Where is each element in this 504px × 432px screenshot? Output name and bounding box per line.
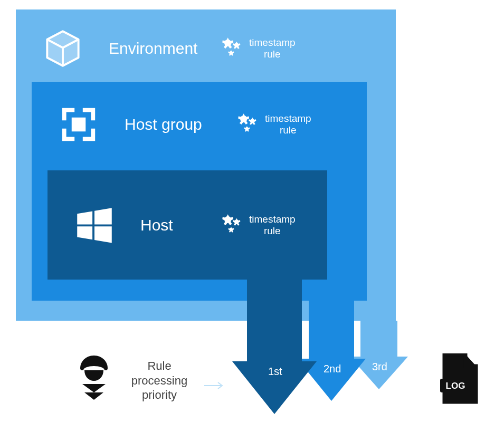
- arrow-3rd-label: 3rd: [372, 361, 387, 373]
- svg-marker-21: [84, 392, 103, 400]
- priority-line3: priority: [122, 388, 196, 402]
- arrow-2nd-label: 2nd: [324, 363, 341, 375]
- small-arrow-icon: [203, 381, 225, 392]
- level-host: Host timestamp rule: [47, 170, 327, 280]
- gears-icon: [218, 212, 246, 239]
- ts-line1: timestamp: [249, 214, 296, 225]
- agent-icon: [78, 354, 110, 403]
- svg-marker-20: [82, 384, 106, 392]
- hostgroup-label: Host group: [125, 116, 225, 133]
- svg-text:LOG: LOG: [446, 381, 465, 391]
- priority-line1: Rule: [122, 359, 196, 373]
- environment-timestamp-rule: timestamp rule: [218, 35, 296, 62]
- svg-marker-11: [77, 226, 92, 239]
- hostgroup-row: Host group timestamp rule: [47, 104, 351, 145]
- environment-row: Environment timestamp rule: [32, 28, 380, 69]
- arrow-1st: 1st: [232, 280, 317, 416]
- svg-rect-5: [72, 118, 86, 132]
- ts-line1: timestamp: [265, 113, 311, 124]
- host-ts-text: timestamp rule: [249, 214, 296, 237]
- arrow-1st-label: 1st: [268, 366, 282, 378]
- svg-marker-18: [232, 280, 317, 414]
- windows-icon: [74, 205, 115, 246]
- hostgroup-ts-text: timestamp rule: [265, 113, 311, 136]
- svg-marker-10: [94, 208, 112, 224]
- svg-marker-9: [77, 211, 92, 224]
- host-timestamp-rule: timestamp rule: [218, 212, 296, 239]
- ts-line2: rule: [249, 49, 296, 60]
- priority-line2: processing: [122, 373, 196, 388]
- hostgroup-timestamp-rule: timestamp rule: [234, 111, 311, 138]
- svg-marker-12: [94, 226, 112, 243]
- gears-icon: [218, 35, 246, 62]
- host-row: Host timestamp rule: [63, 205, 311, 246]
- host-label: Host: [140, 216, 209, 234]
- frame-icon: [58, 104, 99, 145]
- log-icon: LOG: [439, 353, 480, 406]
- environment-ts-text: timestamp rule: [249, 37, 296, 60]
- environment-label: Environment: [109, 40, 209, 57]
- ts-line2: rule: [265, 124, 311, 136]
- gears-icon: [234, 111, 262, 138]
- diagram-root: Environment timestamp rule: [0, 0, 504, 432]
- priority-text: Rule processing priority: [122, 359, 196, 402]
- cube-icon: [42, 28, 83, 69]
- ts-line1: timestamp: [249, 37, 296, 49]
- ts-line2: rule: [249, 225, 296, 237]
